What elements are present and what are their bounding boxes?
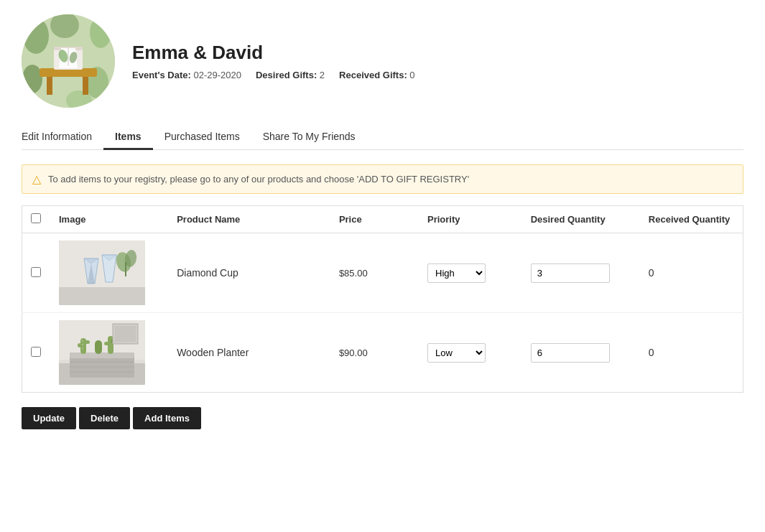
row-priority: HighMediumLow — [419, 233, 522, 313]
tab-items[interactable]: Items — [103, 125, 153, 150]
th-received-quantity: Received Quantity — [640, 206, 743, 233]
alert-icon: △ — [32, 172, 41, 186]
desired-gifts-label: Desired Gifts: — [256, 70, 317, 80]
th-checkbox — [22, 206, 51, 233]
svg-rect-33 — [70, 353, 134, 358]
row-product-name: Diamond Cup — [168, 233, 330, 313]
action-buttons: Update Delete Add Items — [22, 407, 743, 429]
received-gifts: Received Gifts: 0 — [339, 70, 415, 80]
row-price: $85.00 — [330, 233, 419, 313]
desired-quantity-input[interactable] — [531, 263, 610, 283]
row-product-name: Wooden Planter — [168, 313, 330, 393]
svg-point-1 — [23, 18, 49, 54]
alert-message: To add items to your registry, please go… — [48, 174, 469, 185]
row-checkbox-cell — [22, 233, 51, 313]
row-desired-quantity — [522, 233, 640, 313]
add-items-button[interactable]: Add Items — [133, 407, 201, 429]
received-gifts-value: 0 — [409, 70, 414, 80]
product-image — [59, 320, 145, 385]
svg-rect-38 — [78, 343, 83, 347]
row-image-cell — [50, 233, 168, 313]
event-date-value: 02-29-2020 — [193, 70, 241, 80]
table-header-row: Image Product Name Price Priority Desire… — [22, 206, 743, 233]
update-button[interactable]: Update — [22, 407, 76, 429]
desired-quantity-input[interactable] — [531, 343, 610, 363]
th-image: Image — [50, 206, 168, 233]
table-row: Diamond Cup $85.00 HighMediumLow 0 — [22, 233, 743, 313]
th-price: Price — [330, 206, 419, 233]
tab-edit-information[interactable]: Edit Information — [22, 125, 103, 150]
profile-section: Emma & David Event's Date: 02-29-2020 De… — [22, 14, 743, 108]
priority-select[interactable]: HighMediumLow — [427, 343, 486, 363]
svg-point-2 — [90, 17, 111, 48]
profile-meta: Event's Date: 02-29-2020 Desired Gifts: … — [132, 70, 415, 80]
delete-button[interactable]: Delete — [79, 407, 130, 429]
row-checkbox-cell — [22, 313, 51, 393]
priority-select[interactable]: HighMediumLow — [427, 263, 486, 283]
event-date: Event's Date: 02-29-2020 — [132, 70, 241, 80]
row-checkbox[interactable] — [31, 347, 41, 357]
th-desired-quantity: Desired Quantity — [522, 206, 640, 233]
svg-point-4 — [22, 65, 42, 93]
th-priority: Priority — [419, 206, 522, 233]
items-table: Image Product Name Price Priority Desire… — [22, 205, 743, 393]
row-received-quantity: 0 — [640, 233, 743, 313]
th-product-name: Product Name — [168, 206, 330, 233]
svg-rect-48 — [115, 326, 136, 342]
svg-rect-39 — [85, 340, 90, 344]
row-desired-quantity — [522, 313, 640, 393]
desired-gifts: Desired Gifts: 2 — [256, 70, 325, 80]
row-checkbox[interactable] — [31, 267, 41, 277]
svg-rect-19 — [59, 287, 145, 305]
received-gifts-label: Received Gifts: — [339, 70, 407, 80]
svg-rect-40 — [95, 340, 102, 354]
product-image — [59, 241, 145, 305]
row-image-cell — [50, 313, 168, 393]
avatar-image — [22, 14, 115, 108]
profile-name: Emma & David — [132, 42, 415, 64]
svg-rect-9 — [83, 77, 88, 95]
svg-rect-8 — [47, 77, 52, 95]
desired-gifts-value: 2 — [320, 70, 325, 80]
table-row: Wooden Planter $90.00 HighMediumLow 0 — [22, 313, 743, 393]
alert-banner: △ To add items to your registry, please … — [22, 164, 743, 194]
avatar — [22, 14, 115, 108]
row-price: $90.00 — [330, 313, 419, 393]
tab-purchased-items[interactable]: Purchased Items — [153, 125, 251, 150]
svg-rect-42 — [104, 342, 110, 345]
select-all-checkbox[interactable] — [31, 213, 41, 223]
profile-info: Emma & David Event's Date: 02-29-2020 De… — [132, 42, 415, 80]
row-priority: HighMediumLow — [419, 313, 522, 393]
tabs-nav: Edit Information Items Purchased Items S… — [22, 125, 743, 150]
tab-share-to-my-friends[interactable]: Share To My Friends — [251, 125, 367, 150]
row-received-quantity: 0 — [640, 313, 743, 393]
event-date-label: Event's Date: — [132, 70, 191, 80]
